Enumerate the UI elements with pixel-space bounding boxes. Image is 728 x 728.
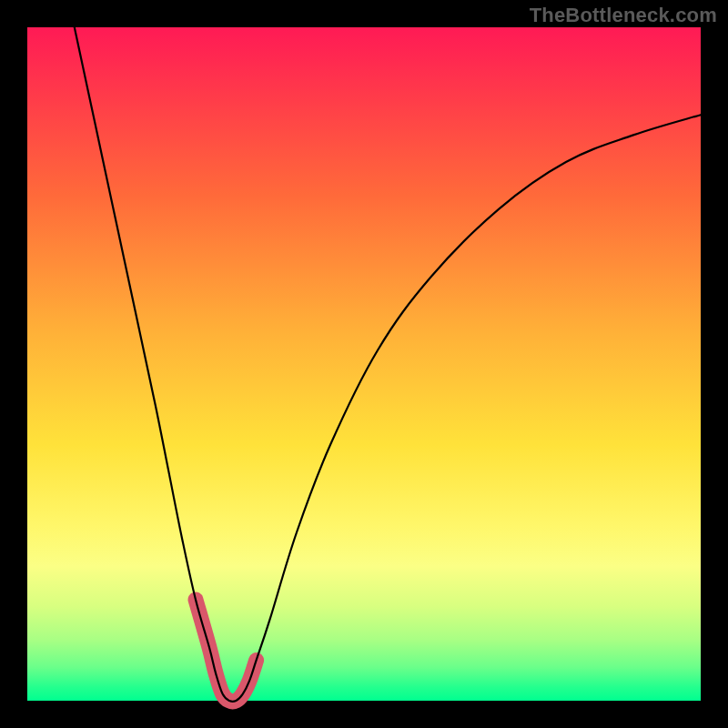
- chart-frame: TheBottleneck.com: [0, 0, 728, 728]
- watermark-text: TheBottleneck.com: [530, 4, 717, 27]
- plot-area: [27, 27, 701, 701]
- curve-layer: [27, 27, 701, 701]
- bottleneck-curve: [75, 27, 701, 702]
